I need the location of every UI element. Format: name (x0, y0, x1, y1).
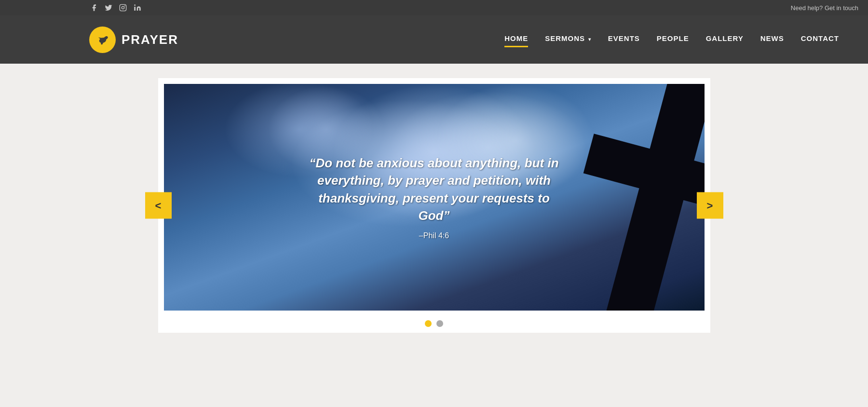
slider-prev-button[interactable]: < (145, 192, 172, 219)
slider-dot-2[interactable] (436, 320, 443, 327)
sermons-dropdown-arrow: ▾ (586, 37, 591, 42)
logo[interactable]: PRAYER (89, 27, 178, 53)
nav-sermons[interactable]: SERMONS ▾ (545, 34, 591, 45)
linkedin-icon[interactable] (133, 3, 142, 13)
slider-container: “Do not be anxious about anything, but i… (164, 84, 705, 311)
twitter-icon[interactable] (104, 3, 113, 13)
quote-text: “Do not be anxious about anything, but i… (304, 154, 564, 225)
nav-people[interactable]: PEOPLE (657, 34, 689, 45)
logo-circle (89, 27, 116, 53)
svg-point-6 (105, 36, 107, 38)
slider-wrapper: < “D (158, 78, 710, 333)
svg-point-1 (122, 6, 124, 9)
facebook-icon[interactable] (89, 3, 99, 13)
instagram-icon[interactable] (118, 3, 128, 13)
svg-rect-0 (120, 4, 126, 11)
nav-menu: HOME SERMONS ▾ EVENTS PEOPLE GALLERY NEW… (504, 34, 839, 45)
slider-next-button[interactable]: > (697, 192, 723, 219)
nav-home[interactable]: HOME (504, 34, 528, 45)
nav-contact[interactable]: CONTACT (801, 34, 839, 45)
slider-dot-1[interactable] (425, 320, 432, 327)
social-icons (89, 3, 142, 13)
slider-dots (164, 320, 705, 327)
slide-quote: “Do not be anxious about anything, but i… (265, 154, 603, 241)
nav-gallery[interactable]: GALLERY (706, 34, 744, 45)
nav-news[interactable]: NEWS (760, 34, 784, 45)
logo-text: PRAYER (122, 32, 178, 47)
svg-point-2 (124, 6, 125, 6)
help-text: Need help? Get in touch (791, 4, 858, 12)
quote-reference: –Phil 4:6 (304, 231, 564, 240)
header: PRAYER HOME SERMONS ▾ EVENTS PEOPLE GALL… (0, 15, 868, 64)
svg-point-3 (134, 4, 136, 6)
slide-1: “Do not be anxious about anything, but i… (164, 84, 705, 311)
nav-events[interactable]: EVENTS (608, 34, 640, 45)
top-bar: Need help? Get in touch (0, 0, 868, 15)
main-content: < “D (0, 64, 868, 407)
